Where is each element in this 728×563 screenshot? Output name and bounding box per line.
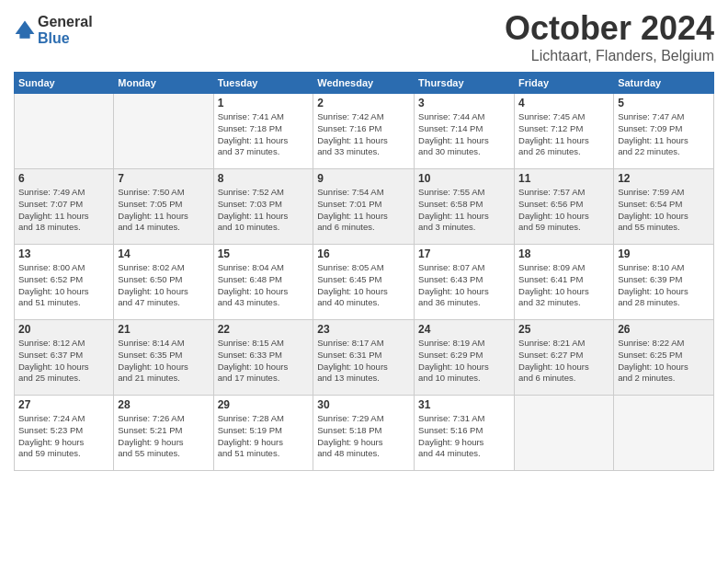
calendar-week-row: 1Sunrise: 7:41 AMSunset: 7:18 PMDaylight…: [15, 94, 714, 169]
day-number: 4: [518, 97, 609, 109]
calendar-day-cell: 24Sunrise: 8:19 AMSunset: 6:29 PMDayligh…: [415, 320, 515, 396]
calendar-day-cell: 11Sunrise: 7:57 AMSunset: 6:56 PMDayligh…: [515, 169, 614, 245]
day-number: 6: [18, 172, 109, 185]
svg-marker-0: [16, 21, 35, 34]
calendar-day-cell: 22Sunrise: 8:15 AMSunset: 6:33 PMDayligh…: [213, 320, 313, 396]
day-number: 24: [418, 323, 510, 336]
day-number: 22: [218, 323, 310, 336]
day-info: Sunrise: 8:05 AMSunset: 6:45 PMDaylight:…: [317, 262, 410, 309]
day-info: Sunrise: 7:41 AMSunset: 7:18 PMDaylight:…: [218, 111, 310, 158]
day-number: 1: [218, 97, 310, 109]
day-number: 9: [317, 172, 410, 185]
header-section: General Blue October 2024 Lichtaart, Fla…: [14, 9, 714, 64]
day-info: Sunrise: 7:26 AMSunset: 5:21 PMDaylight:…: [118, 413, 209, 460]
svg-rect-1: [19, 34, 29, 39]
day-number: 8: [218, 172, 310, 185]
logo-icon: [14, 19, 36, 41]
calendar-day-cell: 10Sunrise: 7:55 AMSunset: 6:58 PMDayligh…: [415, 169, 515, 245]
calendar-day-cell: 14Sunrise: 8:02 AMSunset: 6:50 PMDayligh…: [114, 245, 213, 320]
day-info: Sunrise: 8:21 AMSunset: 6:27 PMDaylight:…: [518, 338, 609, 385]
calendar-day-cell: 28Sunrise: 7:26 AMSunset: 5:21 PMDayligh…: [114, 396, 213, 471]
header-monday: Monday: [114, 73, 213, 94]
calendar-day-cell: 19Sunrise: 8:10 AMSunset: 6:39 PMDayligh…: [614, 245, 714, 320]
calendar-day-cell: 30Sunrise: 7:29 AMSunset: 5:18 PMDayligh…: [313, 396, 415, 471]
day-info: Sunrise: 8:14 AMSunset: 6:35 PMDaylight:…: [118, 338, 209, 385]
day-info: Sunrise: 7:54 AMSunset: 7:01 PMDaylight:…: [317, 187, 410, 234]
calendar-day-cell: 2Sunrise: 7:42 AMSunset: 7:16 PMDaylight…: [313, 94, 415, 169]
day-info: Sunrise: 7:57 AMSunset: 6:56 PMDaylight:…: [518, 187, 609, 234]
calendar-week-row: 27Sunrise: 7:24 AMSunset: 5:23 PMDayligh…: [15, 396, 714, 471]
day-number: 29: [218, 398, 310, 411]
calendar-day-cell: 13Sunrise: 8:00 AMSunset: 6:52 PMDayligh…: [15, 245, 114, 320]
day-number: 10: [418, 172, 510, 185]
header-wednesday: Wednesday: [313, 73, 415, 94]
day-info: Sunrise: 7:50 AMSunset: 7:05 PMDaylight:…: [118, 187, 209, 234]
day-info: Sunrise: 8:12 AMSunset: 6:37 PMDaylight:…: [18, 338, 109, 385]
logo: General Blue: [14, 14, 93, 47]
day-number: 27: [18, 398, 109, 411]
calendar-day-cell: 16Sunrise: 8:05 AMSunset: 6:45 PMDayligh…: [313, 245, 415, 320]
day-number: 5: [618, 97, 710, 109]
logo-text: General Blue: [38, 14, 93, 47]
calendar-table: SundayMondayTuesdayWednesdayThursdayFrid…: [14, 72, 714, 471]
day-info: Sunrise: 8:22 AMSunset: 6:25 PMDaylight:…: [618, 338, 710, 385]
calendar-container: General Blue October 2024 Lichtaart, Fla…: [0, 0, 728, 476]
calendar-day-cell: 27Sunrise: 7:24 AMSunset: 5:23 PMDayligh…: [15, 396, 114, 471]
day-info: Sunrise: 8:10 AMSunset: 6:39 PMDaylight:…: [618, 262, 710, 309]
day-number: 25: [518, 323, 609, 336]
calendar-day-cell: 7Sunrise: 7:50 AMSunset: 7:05 PMDaylight…: [114, 169, 213, 245]
day-info: Sunrise: 8:17 AMSunset: 6:31 PMDaylight:…: [317, 338, 410, 385]
calendar-day-cell: [114, 94, 213, 169]
calendar-day-cell: 4Sunrise: 7:45 AMSunset: 7:12 PMDaylight…: [515, 94, 614, 169]
day-number: 17: [418, 247, 510, 260]
day-number: 26: [618, 323, 710, 336]
day-info: Sunrise: 8:04 AMSunset: 6:48 PMDaylight:…: [218, 262, 310, 309]
calendar-day-cell: 17Sunrise: 8:07 AMSunset: 6:43 PMDayligh…: [415, 245, 515, 320]
month-title: October 2024: [505, 9, 714, 48]
day-number: 19: [618, 247, 710, 260]
header-sunday: Sunday: [15, 73, 114, 94]
calendar-day-cell: 8Sunrise: 7:52 AMSunset: 7:03 PMDaylight…: [213, 169, 313, 245]
day-number: 23: [317, 323, 410, 336]
calendar-day-cell: 3Sunrise: 7:44 AMSunset: 7:14 PMDaylight…: [415, 94, 515, 169]
calendar-day-cell: 1Sunrise: 7:41 AMSunset: 7:18 PMDaylight…: [213, 94, 313, 169]
header-saturday: Saturday: [614, 73, 714, 94]
day-number: 3: [418, 97, 510, 109]
day-info: Sunrise: 7:24 AMSunset: 5:23 PMDaylight:…: [18, 413, 109, 460]
day-number: 30: [317, 398, 410, 411]
day-number: 15: [218, 247, 310, 260]
calendar-day-cell: 31Sunrise: 7:31 AMSunset: 5:16 PMDayligh…: [415, 396, 515, 471]
header-tuesday: Tuesday: [213, 73, 313, 94]
calendar-header-row: SundayMondayTuesdayWednesdayThursdayFrid…: [15, 73, 714, 94]
day-info: Sunrise: 7:42 AMSunset: 7:16 PMDaylight:…: [317, 111, 410, 158]
day-number: 2: [317, 97, 410, 109]
day-info: Sunrise: 7:45 AMSunset: 7:12 PMDaylight:…: [518, 111, 609, 158]
calendar-day-cell: 23Sunrise: 8:17 AMSunset: 6:31 PMDayligh…: [313, 320, 415, 396]
day-info: Sunrise: 8:09 AMSunset: 6:41 PMDaylight:…: [518, 262, 609, 309]
day-number: 12: [618, 172, 710, 185]
calendar-day-cell: 26Sunrise: 8:22 AMSunset: 6:25 PMDayligh…: [614, 320, 714, 396]
calendar-day-cell: 18Sunrise: 8:09 AMSunset: 6:41 PMDayligh…: [515, 245, 614, 320]
header-friday: Friday: [515, 73, 614, 94]
calendar-day-cell: [614, 396, 714, 471]
day-info: Sunrise: 7:59 AMSunset: 6:54 PMDaylight:…: [618, 187, 710, 234]
calendar-week-row: 20Sunrise: 8:12 AMSunset: 6:37 PMDayligh…: [15, 320, 714, 396]
calendar-day-cell: 25Sunrise: 8:21 AMSunset: 6:27 PMDayligh…: [515, 320, 614, 396]
day-number: 18: [518, 247, 609, 260]
calendar-day-cell: 21Sunrise: 8:14 AMSunset: 6:35 PMDayligh…: [114, 320, 213, 396]
day-number: 11: [518, 172, 609, 185]
day-number: 16: [317, 247, 410, 260]
day-info: Sunrise: 7:28 AMSunset: 5:19 PMDaylight:…: [218, 413, 310, 460]
day-info: Sunrise: 7:47 AMSunset: 7:09 PMDaylight:…: [618, 111, 710, 158]
day-info: Sunrise: 8:02 AMSunset: 6:50 PMDaylight:…: [118, 262, 209, 309]
calendar-day-cell: 15Sunrise: 8:04 AMSunset: 6:48 PMDayligh…: [213, 245, 313, 320]
day-info: Sunrise: 7:44 AMSunset: 7:14 PMDaylight:…: [418, 111, 510, 158]
day-number: 7: [118, 172, 209, 185]
day-number: 21: [118, 323, 209, 336]
day-info: Sunrise: 8:00 AMSunset: 6:52 PMDaylight:…: [18, 262, 109, 309]
calendar-week-row: 6Sunrise: 7:49 AMSunset: 7:07 PMDaylight…: [15, 169, 714, 245]
day-number: 20: [18, 323, 109, 336]
header-thursday: Thursday: [415, 73, 515, 94]
day-info: Sunrise: 7:52 AMSunset: 7:03 PMDaylight:…: [218, 187, 310, 234]
calendar-day-cell: [515, 396, 614, 471]
